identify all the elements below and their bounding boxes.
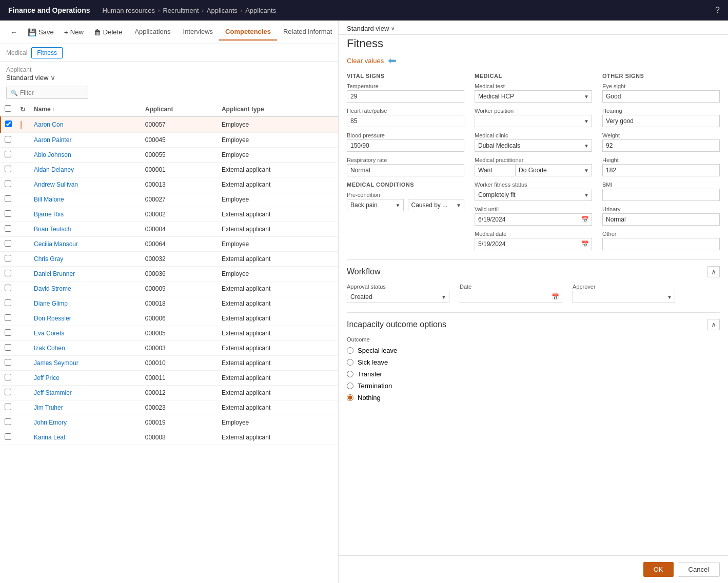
table-row[interactable]: | Aaron Con 000057 Employee	[1, 117, 338, 133]
row-checkbox[interactable]	[5, 374, 11, 380]
row-checkbox[interactable]	[5, 180, 11, 187]
applicant-name[interactable]: Cecilia Mansour	[30, 237, 141, 252]
row-checkbox[interactable]	[5, 210, 11, 217]
applicant-name[interactable]: Jeff Stammler	[30, 386, 141, 400]
eye-sight-input[interactable]	[602, 90, 720, 103]
row-checkbox[interactable]	[5, 120, 12, 127]
tab-interviews[interactable]: Interviews	[177, 24, 220, 41]
row-checkbox[interactable]	[5, 225, 11, 232]
row-checkbox[interactable]	[5, 433, 11, 440]
view-caret-icon[interactable]: ∨	[50, 73, 55, 82]
applicant-name[interactable]: Brian Teutsch	[30, 222, 141, 237]
table-row[interactable]: Aaron Painter 000045 Employee	[1, 133, 338, 148]
row-checkbox[interactable]	[5, 270, 11, 276]
hearing-input[interactable]	[602, 115, 720, 127]
table-row[interactable]: John Emory 000019 Employee	[1, 415, 338, 430]
help-icon[interactable]: ?	[715, 6, 720, 15]
row-checkbox[interactable]	[5, 299, 11, 306]
worker-fitness-select[interactable]: Completely fit	[475, 189, 592, 201]
row-checkbox[interactable]	[5, 255, 11, 262]
worker-position-select[interactable]	[475, 115, 592, 127]
table-row[interactable]: Daniel Brunner 000036 Employee	[1, 267, 338, 282]
tab-competencies[interactable]: Competencies	[219, 24, 277, 41]
table-row[interactable]: Jeff Stammler 000012 External applicant	[1, 386, 338, 400]
table-row[interactable]: Bjarne Riis 000002 External applicant	[1, 207, 338, 222]
row-checkbox[interactable]	[5, 166, 11, 172]
row-checkbox[interactable]	[5, 151, 11, 157]
table-row[interactable]: Bill Malone 000027 Employee	[1, 192, 338, 207]
approver-select[interactable]	[573, 291, 675, 303]
table-row[interactable]: Cecilia Mansour 000064 Employee	[1, 237, 338, 252]
applicant-name[interactable]: James Seymour	[30, 356, 141, 371]
outcome-radio-item[interactable]: Transfer	[347, 370, 720, 378]
row-checkbox[interactable]	[5, 285, 11, 291]
applicant-name[interactable]: Jim Truher	[30, 400, 141, 415]
height-input[interactable]	[602, 164, 720, 176]
standard-view-button[interactable]: Standard view ∨	[347, 25, 395, 32]
outcome-radio-item[interactable]: Special leave	[347, 347, 720, 354]
applicant-name[interactable]: Don Roessler	[30, 311, 141, 326]
table-row[interactable]: Diane Glimp 000018 External applicant	[1, 296, 338, 311]
row-checkbox[interactable]	[5, 136, 11, 143]
applicant-name[interactable]: Aaron Painter	[30, 133, 141, 148]
urinary-input[interactable]	[602, 213, 720, 226]
medical-clinic-select[interactable]: Dubai Medicals	[475, 139, 592, 152]
fitness-tab[interactable]: Fitness	[31, 47, 63, 58]
breadcrumb-applicants2[interactable]: Applicants	[245, 7, 276, 14]
table-row[interactable]: Karina Leal 000008 External applicant	[1, 430, 338, 445]
table-row[interactable]: Abio Johnson 000055 Employee	[1, 148, 338, 163]
applicant-name[interactable]: Izak Cohen	[30, 341, 141, 356]
bmi-input[interactable]	[602, 189, 720, 201]
new-button[interactable]: + New	[60, 26, 88, 38]
table-row[interactable]: Jim Truher 000023 External applicant	[1, 400, 338, 415]
outcome-radio-input[interactable]	[347, 383, 353, 389]
table-row[interactable]: Brian Teutsch 000004 External applicant	[1, 222, 338, 237]
pre-condition-select[interactable]: Back pain	[347, 199, 404, 211]
refresh-icon[interactable]: ↻	[20, 106, 26, 113]
tab-related[interactable]: Related information	[277, 24, 332, 41]
outcome-radio-item[interactable]: Sick leave	[347, 358, 720, 366]
blood-pressure-input[interactable]	[347, 139, 464, 152]
filter-input[interactable]	[20, 89, 82, 96]
row-checkbox[interactable]	[5, 389, 11, 395]
valid-until-input[interactable]	[475, 213, 592, 226]
applicant-name[interactable]: Karina Leal	[30, 430, 141, 445]
breadcrumb-applicants1[interactable]: Applicants	[207, 7, 238, 14]
table-row[interactable]: Chris Gray 000032 External applicant	[1, 252, 338, 267]
medical-date-input[interactable]	[475, 238, 592, 250]
heart-rate-input[interactable]	[347, 115, 464, 127]
applicant-name[interactable]: Aaron Con	[30, 117, 141, 133]
back-button[interactable]: ←	[6, 26, 22, 38]
applicant-name[interactable]: Eva Corets	[30, 326, 141, 341]
applicant-name[interactable]: Diane Glimp	[30, 296, 141, 311]
delete-button[interactable]: 🗑 Delete	[90, 26, 127, 38]
row-checkbox[interactable]	[5, 195, 11, 202]
applicant-name[interactable]: Aidan Delaney	[30, 163, 141, 177]
breadcrumb-hr[interactable]: Human resources	[102, 7, 155, 14]
approval-status-select[interactable]: Created	[347, 291, 449, 303]
applicant-name[interactable]: Abio Johnson	[30, 148, 141, 163]
row-checkbox[interactable]	[5, 314, 11, 321]
outcome-radio-input[interactable]	[347, 394, 353, 401]
row-checkbox[interactable]	[5, 418, 11, 425]
table-row[interactable]: James Seymour 000010 External applicant	[1, 356, 338, 371]
applicant-name[interactable]: Bjarne Riis	[30, 207, 141, 222]
applicant-name[interactable]: Jeff Price	[30, 371, 141, 386]
outcome-radio-item[interactable]: Nothing	[347, 394, 720, 401]
table-row[interactable]: Eva Corets 000005 External applicant	[1, 326, 338, 341]
respiratory-rate-input[interactable]	[347, 164, 464, 176]
weight-input[interactable]	[602, 139, 720, 152]
table-row[interactable]: Andrew Sullivan 000013 External applican…	[1, 177, 338, 192]
table-row[interactable]: Izak Cohen 000003 External applicant	[1, 341, 338, 356]
practitioner-input1[interactable]	[475, 164, 516, 176]
tab-applications[interactable]: Applications	[128, 24, 176, 41]
temperature-input[interactable]	[347, 90, 464, 103]
outcome-radio-input[interactable]	[347, 347, 353, 354]
table-row[interactable]: Don Roessler 000006 External applicant	[1, 311, 338, 326]
row-checkbox[interactable]	[5, 344, 11, 351]
row-checkbox[interactable]	[5, 359, 11, 366]
cancel-button[interactable]: Cancel	[678, 562, 720, 577]
row-checkbox[interactable]	[5, 404, 11, 410]
incapacity-collapse-button[interactable]: ∧	[707, 319, 720, 330]
save-button[interactable]: 💾 Save	[24, 26, 58, 38]
